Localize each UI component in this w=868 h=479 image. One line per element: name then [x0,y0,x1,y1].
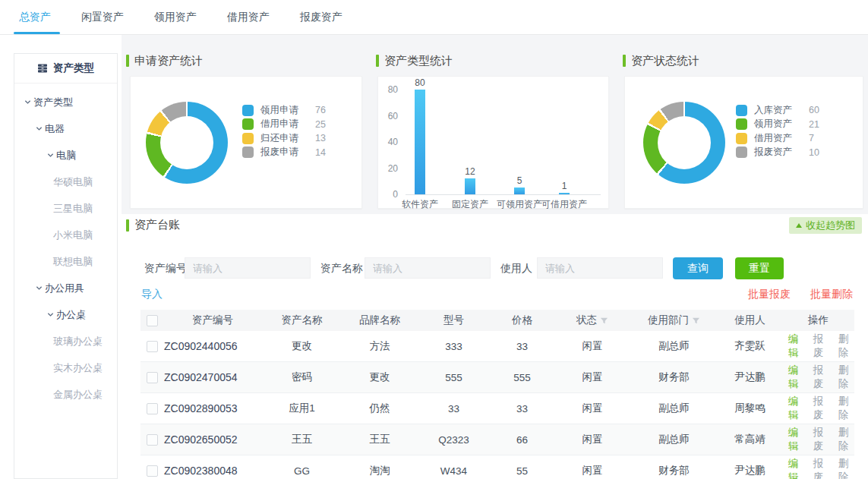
cell-actions: 编辑报废删除 [782,332,854,360]
cell-status: 闲置 [554,433,630,446]
scrap-link[interactable]: 报废 [810,457,827,479]
cell-asset_id: ZC0902890053 [163,402,262,414]
edit-link[interactable]: 编辑 [784,395,802,422]
cell-brand: 仍然 [342,402,418,415]
y-axis-tick: 20 [380,163,398,174]
tab-0[interactable]: 总资产 [17,0,52,34]
cell-brand: 王五 [342,433,418,446]
apply-stats-title: 申请资产统计 [126,54,203,68]
edit-link[interactable]: 编辑 [784,364,802,391]
scrap-link[interactable]: 报废 [810,395,827,422]
tree-item-0[interactable]: 资产类型 [14,89,117,115]
delete-link[interactable]: 删除 [835,457,852,479]
import-link[interactable]: 导入 [141,288,163,301]
tree-item-7[interactable]: 办公用具 [14,275,117,301]
status-stats-card: 入库资产60领用资产21借用资产7报废资产10 [624,76,863,209]
chevron-down-icon [47,311,54,318]
table-row-2: ZC0902890053应用1仍然3333闲置副总师周黎鸣编辑报废删除 [140,393,854,424]
delete-link[interactable]: 删除 [835,395,852,422]
select-all-checkbox[interactable] [147,315,158,326]
green-bar [126,219,129,232]
row-checkbox[interactable] [147,465,158,477]
triangle-up-icon [796,223,802,228]
tree-item-10[interactable]: 实木办公桌 [14,355,117,381]
delete-link[interactable]: 删除 [835,426,852,453]
tab-2[interactable]: 领用资产 [153,0,198,34]
cell-status: 闲置 [554,370,630,384]
delete-link[interactable]: 删除 [835,332,852,360]
table-row-1: ZC0902470054密码更改555555闲置财务部尹达鹏编辑报废删除 [140,362,854,393]
cell-user: 尹达鹏 [718,370,782,384]
cell-actions: 编辑报废删除 [782,364,854,391]
batch-delete-link[interactable]: 批量删除 [810,288,853,301]
tree-item-2[interactable]: 电脑 [14,142,117,169]
scrap-link[interactable]: 报废 [810,332,827,360]
user-input[interactable] [537,257,663,279]
table-row-4: ZC0902380048GG淘淘W43455闲置财务部尹达鹏编辑报废删除 [140,455,854,479]
tree-item-9[interactable]: 玻璃办公桌 [14,328,117,355]
asset-name-input[interactable] [365,257,491,279]
collapse-trend-button[interactable]: 收起趋势图 [789,217,862,234]
x-axis-line [406,194,601,195]
user-label: 使用人 [500,257,532,279]
tab-3[interactable]: 借用资产 [226,0,271,34]
tree-item-4[interactable]: 三星电脑 [14,195,117,222]
cell-name: 密码 [262,370,342,384]
filter-funnel-icon[interactable] [692,317,700,325]
row-checkbox[interactable] [147,341,158,352]
ledger-title: 资产台账 [126,218,180,232]
legend-item: 入库资产60 [736,103,819,118]
edit-link[interactable]: 编辑 [784,457,802,479]
cell-user: 齐雯跃 [718,339,782,353]
tab-1[interactable]: 闲置资产 [80,0,125,34]
bar-category-label: 软件资产 [391,198,449,211]
batch-scrap-link[interactable]: 批量报废 [748,288,791,301]
legend-item: 借用申请25 [242,118,326,132]
legend-item: 借用资产7 [736,131,819,146]
legend-swatch [242,133,254,144]
tab-4[interactable]: 报废资产 [298,0,344,34]
legend-label: 借用资产 [754,132,809,145]
asset-id-input[interactable] [185,257,311,279]
tree-item-label: 玻璃办公桌 [53,335,103,348]
tree-item-1[interactable]: 电器 [14,115,117,142]
tree-item-11[interactable]: 金属办公桌 [14,381,117,408]
apply-stats-card: 领用申请76借用申请25归还申请13报废申请14 [130,76,362,209]
tree-item-label: 资产类型 [33,96,73,109]
table-row-3: ZC0902650052王五王五Q232366闲置副总师常高靖编辑报废删除 [140,424,854,455]
row-checkbox-cell [140,434,163,446]
cell-department: 财务部 [630,370,718,384]
filter-funnel-icon[interactable] [600,317,608,325]
edit-link[interactable]: 编辑 [784,426,802,453]
type-stats-card: 02040608080软件资产12固定资产5可领用资产1可借用资产 [377,76,609,209]
row-checkbox[interactable] [147,372,158,383]
tree-item-6[interactable]: 联想电脑 [14,248,117,275]
scrap-link[interactable]: 报废 [810,364,827,391]
y-axis-tick: 80 [380,84,398,95]
row-checkbox[interactable] [147,403,158,414]
search-button[interactable]: 查询 [673,257,723,279]
cell-user: 周黎鸣 [718,402,782,415]
tree-item-label: 办公用具 [45,282,84,295]
tree-item-label: 三星电脑 [53,202,93,216]
asset-id-label: 资产编号 [144,257,187,279]
tree-item-3[interactable]: 华硕电脑 [14,169,117,195]
row-checkbox[interactable] [147,434,158,446]
delete-link[interactable]: 删除 [835,364,852,391]
scrap-link[interactable]: 报废 [810,426,827,453]
table-row-0: ZC0902440056更改方法33333闲置副总师齐雯跃编辑报废删除 [140,331,854,362]
row-checkbox-cell [140,465,163,477]
reset-button[interactable]: 重置 [735,257,784,279]
column-header-5: 状态 [554,314,630,327]
legend-value: 60 [809,105,819,115]
edit-link[interactable]: 编辑 [784,332,802,360]
legend-swatch [736,147,747,158]
tree-item-8[interactable]: 办公桌 [14,301,117,328]
cell-name: 应用1 [262,402,342,415]
cell-department: 副总师 [630,433,718,446]
bar-固定资产 [465,178,475,194]
tab-bar: 总资产闲置资产领用资产借用资产报废资产 [0,0,868,35]
tree-item-5[interactable]: 小米电脑 [14,222,117,248]
legend-swatch [736,105,747,116]
tree-item-label: 华硕电脑 [53,175,93,189]
